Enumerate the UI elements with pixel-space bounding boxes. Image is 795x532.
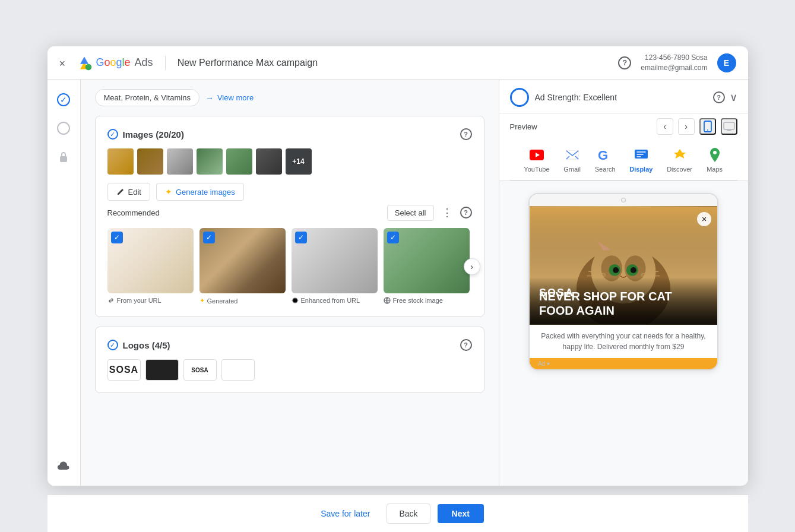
ad-badge: Ad ▾ — [530, 358, 717, 369]
check-badge-1[interactable]: ✓ — [111, 232, 123, 243]
images-header: ✓ Images (20/20) ? — [107, 128, 472, 140]
logos-title: Logos (4/5) — [123, 340, 170, 350]
account-email: emailme@gmail.com — [641, 63, 707, 73]
thumb-more[interactable]: +14 — [286, 148, 312, 175]
sidebar-circle-icon[interactable] — [55, 120, 72, 137]
generate-label: Generate images — [176, 188, 235, 197]
close-button[interactable]: × — [59, 58, 69, 68]
edit-icon — [116, 188, 125, 196]
rec-img-3[interactable]: ✓ — [292, 228, 378, 293]
rec-image-2: ✓ ✦ Generated — [199, 228, 286, 305]
recommended-images: ✓ From your URL ✓ — [107, 228, 472, 305]
images-section: ✓ Images (20/20) ? +14 — [95, 116, 484, 317]
topbar-divider — [165, 56, 166, 70]
images-check: ✓ — [107, 129, 118, 140]
image-action-row: Edit ✦ Generate images — [107, 183, 472, 201]
sparkle-rec-icon: ✦ — [199, 297, 205, 305]
edit-button[interactable]: Edit — [107, 183, 150, 201]
platform-tabs: YouTube Gmail — [510, 140, 737, 180]
tab-youtube-label: YouTube — [524, 166, 549, 173]
thumb-4 — [197, 148, 223, 175]
sidebar-cloud-icon[interactable] — [55, 457, 72, 474]
logo-sosa-text: SOSA — [107, 359, 141, 381]
tab-display-label: Display — [629, 166, 653, 173]
youtube-icon — [528, 147, 545, 163]
tab-discover[interactable]: Discover — [662, 144, 697, 175]
svg-rect-3 — [60, 156, 67, 162]
preview-panel: Ad Strength: Excellent ? ∨ Preview ‹ › — [499, 80, 748, 486]
rec-img-label-2: ✦ Generated — [199, 297, 286, 305]
discover-icon — [672, 147, 688, 163]
mobile-preview: SOSA NEVER SHOP FOR CAT FOOD AGAIN × Pac… — [528, 193, 718, 370]
rec-img-1[interactable]: ✓ — [107, 228, 194, 293]
logo-sosa-small: SOSA — [183, 359, 217, 381]
recommended-help[interactable]: ? — [460, 207, 472, 218]
rec-image-4: ✓ Free stock image — [384, 228, 470, 305]
check-badge-2[interactable]: ✓ — [203, 232, 215, 243]
thumb-6 — [256, 148, 282, 175]
ad-close-button[interactable]: × — [697, 212, 711, 226]
desktop-device-button[interactable] — [721, 118, 737, 135]
logos-help[interactable]: ? — [460, 339, 472, 351]
svg-point-11 — [713, 151, 717, 154]
ads-text: Ads — [135, 56, 153, 68]
preview-label: Preview — [510, 122, 537, 131]
rec-image-3: ✓ Enhanced from URL — [292, 228, 378, 305]
help-icon[interactable]: ? — [618, 56, 631, 69]
view-more-button[interactable]: → View more — [205, 90, 254, 106]
select-all-button[interactable]: Select all — [387, 205, 434, 221]
more-options-icon[interactable]: ⋮ — [439, 204, 455, 221]
rec-img-label-3: Enhanced from URL — [292, 297, 378, 304]
maps-icon — [707, 147, 723, 163]
svg-text:G: G — [598, 148, 608, 162]
link-icon — [107, 297, 115, 304]
tab-discover-label: Discover — [667, 166, 692, 173]
sparkle-icon: ✦ — [165, 187, 172, 197]
check-badge-3[interactable]: ✓ — [295, 232, 307, 243]
rec-img-label-4: Free stock image — [384, 297, 470, 304]
tab-gmail[interactable]: Gmail — [559, 144, 585, 175]
images-help[interactable]: ? — [460, 128, 472, 140]
tab-youtube[interactable]: YouTube — [519, 144, 554, 175]
logos-header: ✓ Logos (4/5) ? — [107, 339, 472, 351]
meat-tag: Meat, Protein, & Vitamins — [95, 89, 199, 106]
search-icon: G — [597, 147, 613, 163]
thumb-2 — [137, 148, 163, 175]
notch-dot — [621, 198, 626, 202]
account-info: 123-456-7890 Sosa emailme@gmail.com — [641, 53, 707, 73]
sidebar-check-icon[interactable]: ✓ — [55, 91, 72, 108]
preview-controls: ‹ › — [657, 118, 737, 135]
sidebar-lock-icon — [55, 148, 72, 165]
mobile-notch — [530, 194, 717, 206]
svg-rect-7 — [724, 122, 734, 129]
mobile-device-button[interactable] — [699, 118, 716, 135]
check-badge-4[interactable]: ✓ — [387, 232, 399, 243]
ad-body-text: Packed with everything your cat needs fo… — [538, 331, 709, 352]
strength-header-right: ? ∨ — [713, 91, 737, 104]
content-area: Meat, Protein, & Vitamins → View more ✓ … — [81, 80, 499, 486]
recommended-header: Recommended Select all ⋮ ? — [107, 204, 472, 221]
rec-next-button[interactable]: › — [464, 258, 480, 275]
preview-prev-button[interactable]: ‹ — [657, 118, 673, 135]
rec-img-2[interactable]: ✓ — [199, 228, 286, 293]
thumbnail-row: +14 — [107, 148, 472, 175]
ad-cat-image: SOSA NEVER SHOP FOR CAT FOOD AGAIN × — [530, 206, 717, 325]
strength-collapse[interactable]: ∨ — [730, 91, 737, 104]
avatar[interactable]: E — [717, 53, 736, 72]
tab-maps[interactable]: Maps — [702, 144, 728, 175]
strength-help[interactable]: ? — [713, 91, 725, 103]
enhance-icon — [292, 297, 299, 304]
google-ads-logo: Google Ads — [76, 55, 153, 71]
ad-brand: SOSA — [539, 287, 574, 299]
preview-nav-area: Preview ‹ › — [499, 113, 748, 181]
tab-display[interactable]: Display — [625, 144, 657, 175]
tab-search-label: Search — [595, 166, 616, 173]
generate-images-button[interactable]: ✦ Generate images — [156, 183, 244, 201]
preview-next-button[interactable]: › — [678, 118, 695, 135]
images-title-row: ✓ Images (20/20) — [107, 129, 184, 140]
rec-img-4[interactable]: ✓ — [384, 228, 470, 293]
tag-row: Meat, Protein, & Vitamins → View more — [95, 89, 484, 106]
ad-body-section: Packed with everything your cat needs fo… — [530, 325, 717, 358]
tab-search[interactable]: G Search — [590, 144, 620, 175]
tab-gmail-label: Gmail — [563, 166, 581, 173]
